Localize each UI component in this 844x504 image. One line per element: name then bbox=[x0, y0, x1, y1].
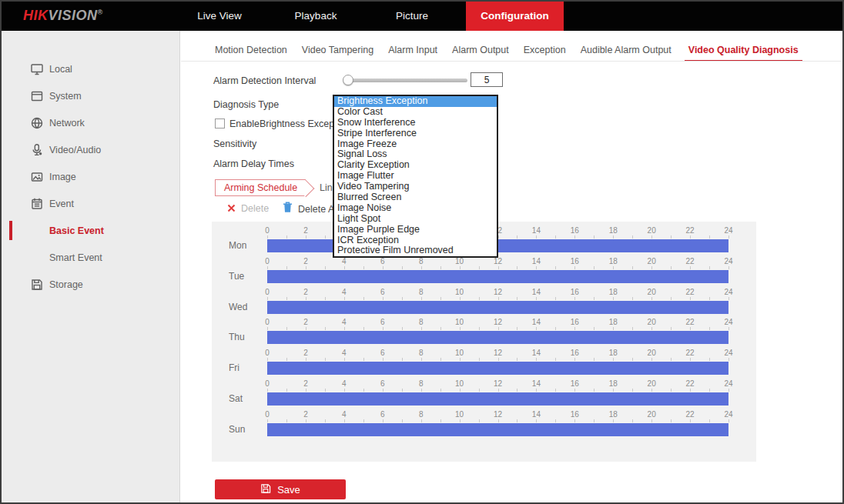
schedule-row-wed: 024681012141618202224Wed bbox=[212, 288, 756, 319]
enable-brightness-exception-checkbox[interactable] bbox=[215, 118, 225, 129]
tick-mark bbox=[325, 358, 326, 361]
hour-label: 18 bbox=[609, 288, 618, 296]
delete-button[interactable]: Delete bbox=[227, 202, 269, 215]
option-brightness-exception[interactable]: Brightness Exception bbox=[334, 96, 497, 107]
option-image-flutter[interactable]: Image Flutter bbox=[334, 171, 497, 182]
tick-mark bbox=[267, 266, 268, 269]
tick-mark bbox=[632, 358, 633, 361]
tick-mark bbox=[632, 297, 633, 300]
tick-mark bbox=[613, 266, 614, 269]
delete-x-icon bbox=[227, 202, 236, 215]
tick-mark bbox=[671, 235, 672, 239]
tab-exception[interactable]: Exception bbox=[522, 40, 568, 62]
hour-label: 16 bbox=[571, 257, 579, 265]
option-image-noise[interactable]: Image Noise bbox=[334, 203, 497, 214]
option-color-cast[interactable]: Color Cast bbox=[334, 107, 497, 118]
hour-label: 22 bbox=[686, 349, 695, 357]
window-icon bbox=[30, 89, 44, 103]
hour-label: 0 bbox=[265, 410, 270, 419]
tick-mark bbox=[555, 389, 556, 392]
tick-mark bbox=[421, 327, 422, 330]
nav-playback[interactable]: Playback bbox=[273, 2, 358, 31]
option-image-freeze[interactable]: Image Freeze bbox=[334, 139, 497, 150]
tick-mark bbox=[517, 358, 517, 361]
option-light-spot[interactable]: Light Spot bbox=[334, 214, 497, 225]
tick-mark bbox=[344, 389, 345, 392]
option-snow-interference[interactable]: Snow Interference bbox=[334, 118, 497, 129]
tick-mark bbox=[479, 358, 480, 361]
sidebar-item-storage[interactable]: Storage bbox=[2, 271, 179, 298]
day-label: Tue bbox=[229, 270, 244, 283]
tick-mark bbox=[555, 297, 556, 300]
schedule-bar-wed[interactable] bbox=[267, 301, 728, 314]
option-blurred-screen[interactable]: Blurred Screen bbox=[334, 192, 497, 203]
schedule-bar-thu[interactable] bbox=[267, 331, 728, 344]
schedule-bar-sun[interactable] bbox=[267, 423, 728, 436]
tick-mark bbox=[651, 419, 652, 422]
alarm-interval-slider-track[interactable] bbox=[347, 78, 467, 82]
alarm-interval-slider-handle[interactable] bbox=[343, 75, 353, 85]
tick-mark bbox=[632, 235, 633, 239]
alarm-interval-value-input[interactable] bbox=[471, 72, 503, 87]
tab-video-quality-diagnosis[interactable]: Video Quality Diagnosis bbox=[685, 40, 802, 62]
option-icr-exception[interactable]: ICR Exception bbox=[334, 235, 497, 246]
tick-mark bbox=[709, 419, 710, 422]
sidebar-item-image[interactable]: Image bbox=[2, 163, 179, 190]
sidebar-item-system[interactable]: System bbox=[2, 82, 179, 109]
schedule-bar-sat[interactable] bbox=[267, 392, 728, 406]
tick-mark bbox=[306, 358, 306, 361]
schedule-bar-fri[interactable] bbox=[267, 362, 728, 375]
sidebar-item-local[interactable]: Local bbox=[2, 55, 179, 82]
hour-label: 0 bbox=[265, 257, 270, 265]
option-clarity-exception[interactable]: Clarity Exception bbox=[334, 160, 497, 171]
option-protective-film-unremoved[interactable]: Protective Film Unremoved bbox=[334, 245, 497, 256]
delete-all-button[interactable]: Delete All bbox=[283, 202, 339, 216]
tab-audible-alarm-output[interactable]: Audible Alarm Output bbox=[579, 40, 673, 62]
tick-mark bbox=[555, 235, 556, 239]
tick-mark bbox=[728, 327, 729, 330]
tick-mark bbox=[594, 235, 594, 239]
arming-schedule-tab[interactable]: Arming Schedule bbox=[215, 179, 306, 196]
tick-mark bbox=[286, 389, 287, 392]
tick-mark bbox=[460, 389, 461, 392]
hour-label: 10 bbox=[455, 349, 464, 357]
tick-mark bbox=[363, 266, 364, 269]
sensitivity-label: Sensitivity bbox=[213, 139, 256, 149]
option-image-purple-edge[interactable]: Image Purple Edge bbox=[334, 225, 497, 235]
schedule-bar-tue[interactable] bbox=[267, 270, 728, 283]
hour-label: 18 bbox=[609, 379, 618, 388]
sidebar-item-event[interactable]: Event bbox=[2, 190, 179, 217]
nav-picture[interactable]: Picture bbox=[370, 2, 454, 31]
tab-motion-detection[interactable]: Motion Detection bbox=[213, 40, 289, 62]
option-video-tampering[interactable]: Video Tampering bbox=[334, 182, 497, 192]
save-floppy-icon bbox=[260, 483, 271, 496]
tick-mark bbox=[690, 235, 691, 239]
tick-mark bbox=[344, 297, 345, 300]
tab-alarm-output[interactable]: Alarm Output bbox=[450, 40, 511, 62]
tick-mark bbox=[402, 358, 403, 361]
sidebar-item-network[interactable]: Network bbox=[2, 109, 179, 136]
option-signal-loss[interactable]: Signal Loss bbox=[334, 149, 497, 160]
logo-vision: VISION bbox=[49, 8, 98, 23]
save-button[interactable]: Save bbox=[215, 479, 346, 499]
tab-alarm-input[interactable]: Alarm Input bbox=[387, 40, 439, 62]
hour-label: 16 bbox=[571, 318, 579, 326]
tab-video-tampering[interactable]: Video Tampering bbox=[300, 40, 375, 62]
tick-mark bbox=[651, 389, 652, 392]
sidebar-item-smart-event[interactable]: Smart Event bbox=[2, 244, 179, 271]
tick-mark bbox=[690, 389, 691, 392]
day-label: Sun bbox=[229, 423, 245, 436]
hour-label: 8 bbox=[419, 349, 424, 357]
tick-mark bbox=[536, 358, 537, 361]
tick-mark bbox=[421, 266, 422, 269]
hour-label: 18 bbox=[609, 226, 618, 235]
option-stripe-interference[interactable]: Stripe Interference bbox=[334, 129, 497, 139]
nav-live-view[interactable]: Live View bbox=[177, 2, 262, 31]
sidebar-item-basic-event[interactable]: Basic Event bbox=[2, 217, 179, 244]
tick-mark bbox=[651, 358, 652, 361]
schedule-row-sun: 024681012141618202224Sun bbox=[212, 410, 756, 441]
nav-configuration[interactable]: Configuration bbox=[466, 2, 564, 31]
sidebar-item-video-audio[interactable]: Video/Audio bbox=[2, 136, 179, 163]
hour-label: 4 bbox=[342, 257, 347, 265]
tabs-separator bbox=[181, 61, 841, 62]
